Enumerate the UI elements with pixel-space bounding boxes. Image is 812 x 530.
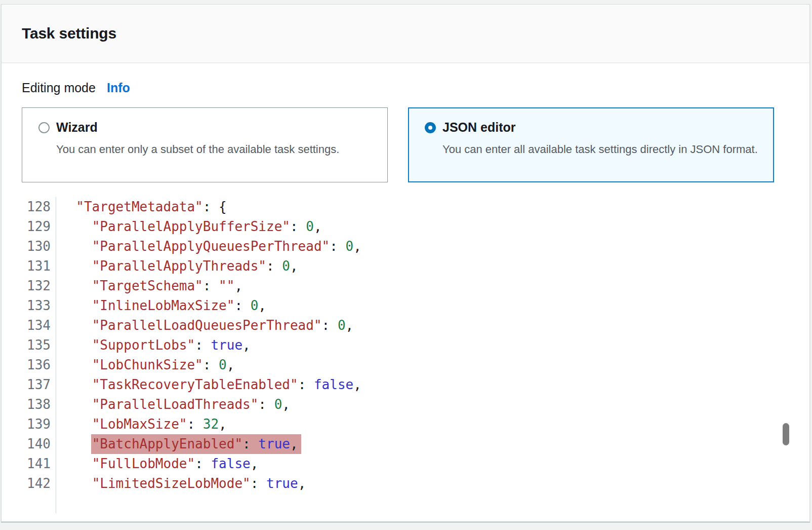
code-content: "TargetMetadata": {: [56, 197, 227, 217]
code-content: "TargetSchema": "",: [56, 276, 242, 296]
code-content: "InlineLobMaxSize": 0,: [56, 296, 266, 316]
json-editor-label: JSON editor: [442, 120, 515, 135]
code-content: "TaskRecoveryTableEnabled": false,: [56, 375, 361, 395]
editing-mode-tiles: Wizard You can enter only a subset of th…: [22, 107, 789, 182]
line-number: 133: [2, 296, 56, 316]
line-number: 138: [2, 395, 56, 414]
code-content: "ParallelLoadQueuesPerThread": 0,: [56, 316, 353, 335]
line-number: 134: [2, 316, 56, 335]
line-number: 132: [2, 276, 56, 296]
editing-mode-label: Editing mode: [22, 81, 96, 95]
code-line[interactable]: 134 "ParallelLoadQueuesPerThread": 0,: [2, 316, 809, 335]
line-number: 130: [2, 237, 56, 256]
wizard-label: Wizard: [56, 120, 98, 135]
radio-selected-icon[interactable]: [425, 122, 436, 133]
line-number: 140: [2, 434, 56, 454]
json-editor-description: You can enter all available task setting…: [442, 141, 759, 158]
code-line[interactable]: 130 "ParallelApplyQueuesPerThread": 0,: [2, 237, 809, 256]
code-content: "LobChunkSize": 0,: [56, 355, 234, 375]
panel-header: Task settings: [2, 5, 809, 63]
code-line[interactable]: 141 "FullLobMode": false,: [2, 454, 809, 474]
line-number: 136: [2, 355, 56, 375]
code-line[interactable]: 131 "ParallelApplyThreads": 0,: [2, 256, 809, 276]
radio-unselected-icon[interactable]: [38, 122, 50, 133]
code-line[interactable]: 137 "TaskRecoveryTableEnabled": false,: [2, 375, 809, 395]
json-editor-radio-row: JSON editor: [425, 120, 759, 135]
info-link[interactable]: Info: [107, 81, 130, 95]
code-content: "SupportLobs": true,: [56, 335, 251, 355]
code-line[interactable]: 132 "TargetSchema": "",: [2, 276, 809, 296]
code-line[interactable]: 142 "LimitedSizeLobMode": true,: [2, 474, 809, 494]
code-line[interactable]: [2, 494, 809, 513]
line-number: 128: [2, 197, 56, 217]
code-content: "FullLobMode": false,: [56, 454, 258, 474]
code-content: [56, 494, 60, 513]
json-code-editor[interactable]: 128 "TargetMetadata": {129 "ParallelAppl…: [2, 197, 809, 513]
code-line[interactable]: 136 "LobChunkSize": 0,: [2, 355, 809, 375]
panel-body: Editing mode Info Wizard You can enter o…: [2, 63, 809, 182]
code-content: "ParallelLoadThreads": 0,: [56, 395, 290, 414]
task-settings-panel: Task settings Editing mode Info Wizard Y…: [1, 4, 810, 522]
wizard-description: You can enter only a subset of the avail…: [56, 141, 373, 158]
tile-json-editor[interactable]: JSON editor You can enter all available …: [408, 107, 774, 182]
code-content: "BatchApplyEnabled": true,: [56, 434, 301, 454]
code-line[interactable]: 139 "LobMaxSize": 32,: [2, 414, 809, 434]
editing-mode-row: Editing mode Info: [22, 81, 789, 95]
code-lines: 128 "TargetMetadata": {129 "ParallelAppl…: [2, 197, 809, 513]
code-content: "ParallelApplyThreads": 0,: [56, 256, 298, 276]
code-line[interactable]: 129 "ParallelApplyBufferSize": 0,: [2, 217, 809, 237]
line-number: 142: [2, 474, 56, 494]
code-content: "ParallelApplyBufferSize": 0,: [56, 217, 322, 237]
code-line[interactable]: 128 "TargetMetadata": {: [2, 197, 809, 217]
editor-scrollbar-thumb[interactable]: [783, 423, 789, 445]
line-number: 139: [2, 414, 56, 434]
code-content: "LimitedSizeLobMode": true,: [56, 474, 306, 494]
tile-wizard[interactable]: Wizard You can enter only a subset of th…: [22, 107, 388, 182]
code-line[interactable]: 138 "ParallelLoadThreads": 0,: [2, 395, 809, 414]
code-content: "ParallelApplyQueuesPerThread": 0,: [56, 237, 361, 256]
code-line[interactable]: 133 "InlineLobMaxSize": 0,: [2, 296, 809, 316]
line-number: 135: [2, 335, 56, 355]
code-line[interactable]: 135 "SupportLobs": true,: [2, 335, 809, 355]
line-number: 131: [2, 256, 56, 276]
wizard-radio-row: Wizard: [38, 120, 373, 135]
line-number: [2, 494, 56, 513]
line-number: 141: [2, 454, 56, 474]
code-line[interactable]: 140 "BatchApplyEnabled": true,: [2, 434, 809, 454]
page-title: Task settings: [22, 25, 116, 42]
code-content: "LobMaxSize": 32,: [56, 414, 227, 434]
highlighted-code: "BatchApplyEnabled": true,: [91, 434, 301, 454]
line-number: 137: [2, 375, 56, 395]
line-number: 129: [2, 217, 56, 237]
